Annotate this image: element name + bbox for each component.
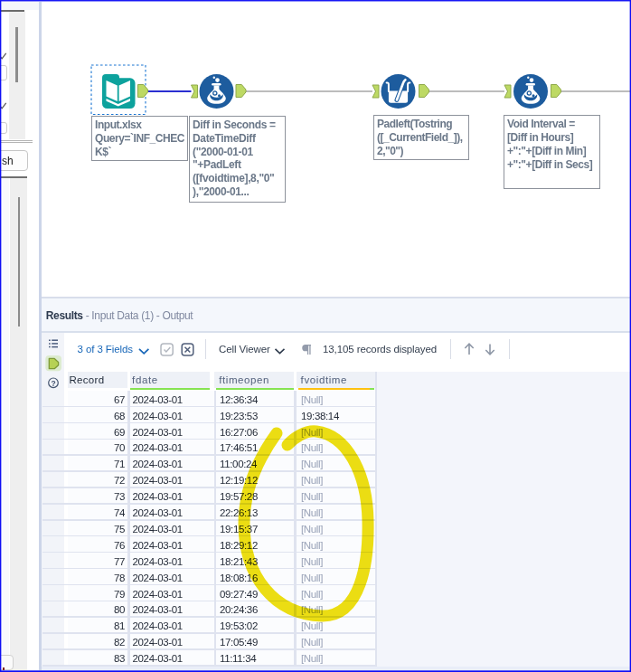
svg-text:?: ? <box>51 379 55 388</box>
